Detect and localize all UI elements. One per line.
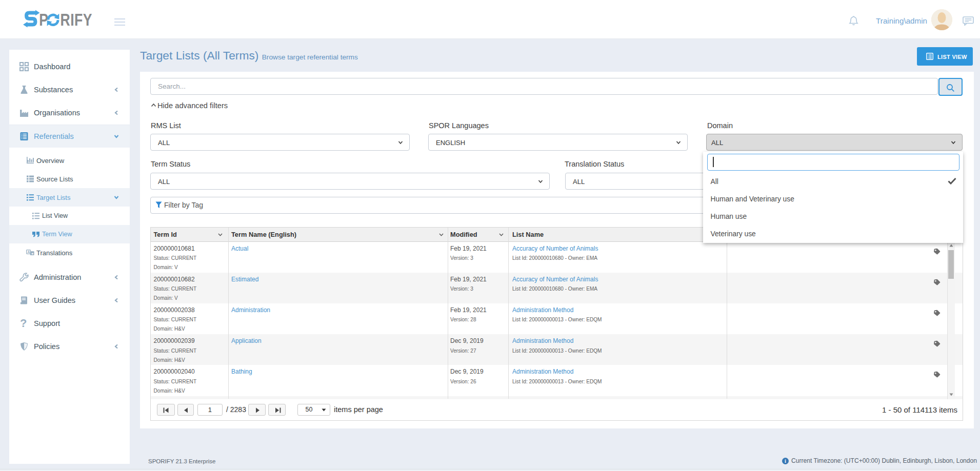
svg-text:RIFY: RIFY (61, 10, 92, 29)
svg-text:★: ★ (31, 252, 34, 255)
svg-text:P: P (39, 10, 48, 29)
svg-text:A: A (27, 250, 30, 254)
